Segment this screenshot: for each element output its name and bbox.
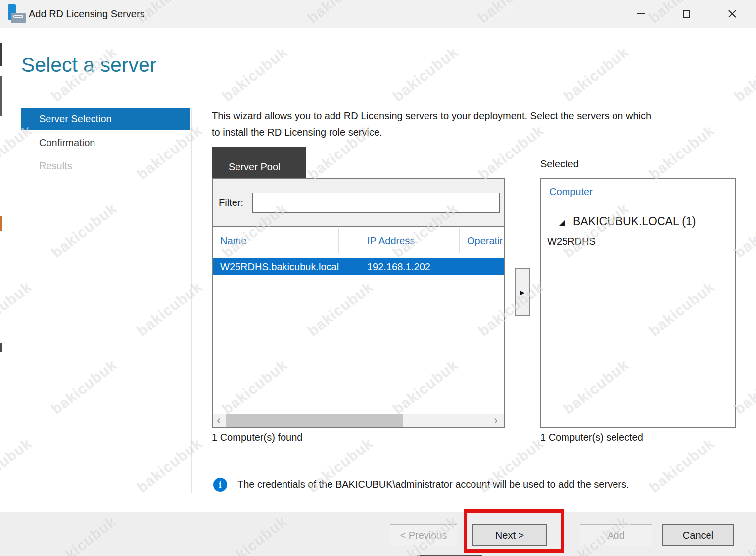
sidebar-divider	[191, 108, 192, 493]
filter-input[interactable]	[252, 193, 500, 213]
add-button[interactable]: Add	[580, 524, 652, 546]
previous-button[interactable]: < Previous	[390, 524, 457, 546]
watermark-text: bakicubuk	[48, 200, 120, 261]
watermark-text: bakicubuk	[134, 278, 206, 340]
wizard-window: Add RD Licensing Servers Select a server…	[0, 0, 756, 556]
tree-expanded-icon[interactable]	[559, 220, 565, 226]
column-header-operating-system[interactable]: Operating System	[467, 227, 503, 255]
selected-panel-label: Selected	[540, 158, 579, 170]
window-title: Add RD Licensing Servers	[29, 0, 145, 28]
tree-group-domain[interactable]: BAKICUBUK.LOCAL (1)	[541, 215, 735, 232]
watermark-text: bakicubuk	[219, 44, 291, 105]
column-header-computer[interactable]: Computer	[549, 186, 593, 198]
minimize-icon	[637, 13, 645, 14]
scrollbar-thumb[interactable]	[226, 414, 403, 427]
wizard-steps: Server Selection Confirmation Results	[21, 108, 190, 179]
close-icon	[728, 9, 737, 18]
server-table-body: W25RDHS.bakicubuk.local 192.168.1.202	[213, 255, 504, 415]
move-right-icon: ►	[519, 288, 526, 297]
info-icon: i	[213, 478, 227, 492]
watermark-text: bakicubuk	[390, 44, 462, 105]
background-edge	[0, 28, 2, 556]
footer-bar: < Previous Next > Add Cancel	[0, 512, 756, 556]
server-pool-panel: Filter: Name IP Address Operating System…	[212, 178, 505, 428]
sidebar-item-confirmation[interactable]: Confirmation	[21, 132, 190, 153]
scroll-right-icon[interactable]: ›	[494, 414, 498, 427]
tree-item-server[interactable]: W25RDHS	[547, 236, 596, 247]
sidebar-item-results: Results	[21, 155, 190, 176]
title-bar: Add RD Licensing Servers	[0, 0, 756, 28]
table-row-server[interactable]: W25RDHS.bakicubuk.local 192.168.1.202	[213, 258, 504, 275]
column-header-name[interactable]: Name	[220, 227, 246, 255]
scroll-left-icon[interactable]: ‹	[217, 414, 221, 427]
maximize-icon	[683, 10, 690, 18]
column-separator	[459, 228, 460, 253]
description-line-2: to install the RD Licensing role service…	[212, 124, 738, 141]
watermark-text: bakicubuk	[731, 44, 756, 105]
watermark-text: bakicubuk	[0, 278, 35, 340]
column-separator	[338, 228, 339, 253]
selected-panel: Computer BAKICUBUK.LOCAL (1) W25RDHS	[540, 178, 736, 428]
server-table-header: Name IP Address Operating System	[213, 227, 504, 255]
watermark-text: bakicubuk	[0, 435, 35, 496]
computers-selected-count: 1 Computer(s) selected	[540, 432, 643, 443]
cancel-button[interactable]: Cancel	[662, 524, 734, 546]
minimize-button[interactable]	[629, 0, 652, 28]
horizontal-scrollbar[interactable]: ‹ ›	[213, 414, 504, 427]
close-button[interactable]	[721, 0, 744, 28]
page-title: Select a server	[21, 53, 156, 77]
filter-bar: Filter:	[213, 179, 504, 227]
column-separator	[709, 181, 709, 202]
computers-found-count: 1 Computer(s) found	[212, 432, 302, 443]
credentials-info-text: The credentials of the BAKICUBUK\adminis…	[237, 479, 712, 490]
tab-server-pool[interactable]: Server Pool	[212, 147, 306, 179]
add-to-selected-button[interactable]: ►	[515, 268, 530, 316]
next-button[interactable]: Next >	[472, 524, 547, 546]
cell-server-ip: 192.168.1.202	[367, 258, 430, 275]
sidebar-item-server-selection[interactable]: Server Selection	[21, 108, 190, 130]
rd-licensing-app-icon	[7, 4, 26, 24]
maximize-button[interactable]	[675, 0, 698, 28]
tree-group-label: BAKICUBUK.LOCAL (1)	[573, 215, 696, 228]
filter-label: Filter:	[219, 179, 243, 226]
description-line-1: This wizard allows you to add RD Licensi…	[212, 108, 738, 124]
watermark-text: bakicubuk	[134, 435, 206, 496]
column-header-ip-address[interactable]: IP Address	[367, 227, 415, 255]
cell-server-name: W25RDHS.bakicubuk.local	[220, 258, 339, 275]
wizard-description: This wizard allows you to add RD Licensi…	[212, 108, 738, 141]
watermark-text: bakicubuk	[48, 356, 120, 418]
watermark-text: bakicubuk	[561, 44, 632, 105]
